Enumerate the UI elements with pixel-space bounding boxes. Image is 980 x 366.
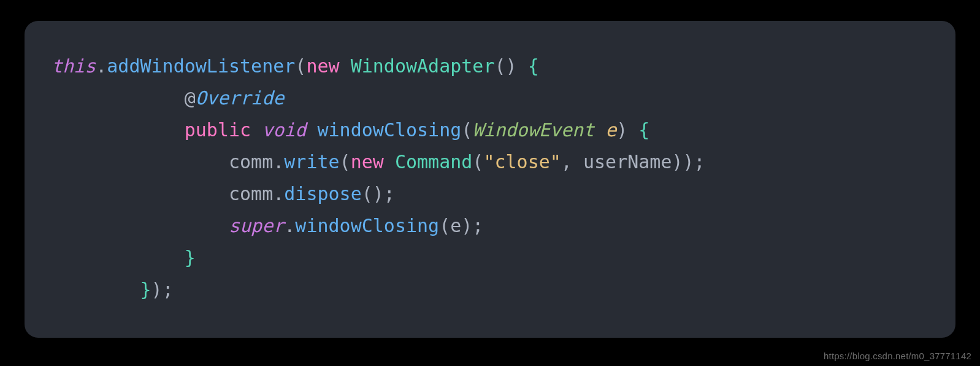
comma: , xyxy=(561,151,572,173)
type-WindowAdapter: WindowAdapter xyxy=(351,55,495,77)
code-block: this.addWindowListener(new WindowAdapter… xyxy=(52,50,931,306)
dot: . xyxy=(284,215,295,236)
dot: . xyxy=(273,151,284,173)
watermark: https://blog.csdn.net/m0_37771142 xyxy=(824,351,971,361)
keyword-void: void xyxy=(262,119,306,141)
at-sign: @ xyxy=(185,87,196,109)
space xyxy=(384,151,395,173)
indent xyxy=(52,87,185,109)
paren-open: ( xyxy=(461,119,472,141)
indent xyxy=(52,119,185,141)
paren-open: ( xyxy=(295,55,306,77)
space xyxy=(340,55,351,77)
dot: . xyxy=(96,55,107,77)
brace-open: { xyxy=(528,55,539,77)
space xyxy=(627,119,638,141)
keyword-this: this xyxy=(52,55,96,77)
brace-close: } xyxy=(185,247,196,268)
paren-close: ) xyxy=(461,215,472,236)
indent xyxy=(52,183,229,204)
semicolon: ; xyxy=(163,279,174,300)
space xyxy=(306,119,317,141)
type-WindowEvent: WindowEvent xyxy=(472,119,594,141)
paren-close: ) xyxy=(683,151,694,173)
ident-comm: comm xyxy=(229,151,273,173)
brace-open: { xyxy=(638,119,649,141)
type-Command: Command xyxy=(395,151,472,173)
method-addWindowListener: addWindowListener xyxy=(107,55,295,77)
string-close: "close" xyxy=(483,151,561,173)
method-windowClosing: windowClosing xyxy=(318,119,462,141)
dot: . xyxy=(273,183,284,204)
semicolon: ; xyxy=(384,183,395,204)
parens: () xyxy=(362,183,384,204)
annotation-Override: Override xyxy=(196,87,285,109)
indent xyxy=(52,215,229,236)
indent xyxy=(52,279,140,300)
ident-userName: userName xyxy=(583,151,672,173)
parens: () xyxy=(494,55,516,77)
space xyxy=(572,151,583,173)
method-dispose: dispose xyxy=(284,183,361,204)
keyword-public: public xyxy=(185,119,251,141)
indent xyxy=(52,151,229,173)
param-e: e xyxy=(605,119,616,141)
method-windowClosing: windowClosing xyxy=(295,215,439,236)
method-write: write xyxy=(284,151,339,173)
arg-e: e xyxy=(450,215,461,236)
space xyxy=(594,119,605,141)
paren-close: ) xyxy=(151,279,163,300)
paren-close: ) xyxy=(672,151,683,173)
paren-open: ( xyxy=(439,215,450,236)
keyword-new: new xyxy=(306,55,339,77)
indent xyxy=(52,247,185,268)
paren-open: ( xyxy=(472,151,483,173)
semicolon: ; xyxy=(472,215,483,236)
space xyxy=(251,119,262,141)
semicolon: ; xyxy=(694,151,705,173)
paren-open: ( xyxy=(340,151,351,173)
keyword-super: super xyxy=(229,215,284,236)
paren-close: ) xyxy=(616,119,627,141)
space xyxy=(517,55,528,77)
ident-comm: comm xyxy=(229,183,273,204)
code-card: this.addWindowListener(new WindowAdapter… xyxy=(25,21,955,338)
keyword-new: new xyxy=(351,151,384,173)
brace-close: } xyxy=(140,279,151,300)
